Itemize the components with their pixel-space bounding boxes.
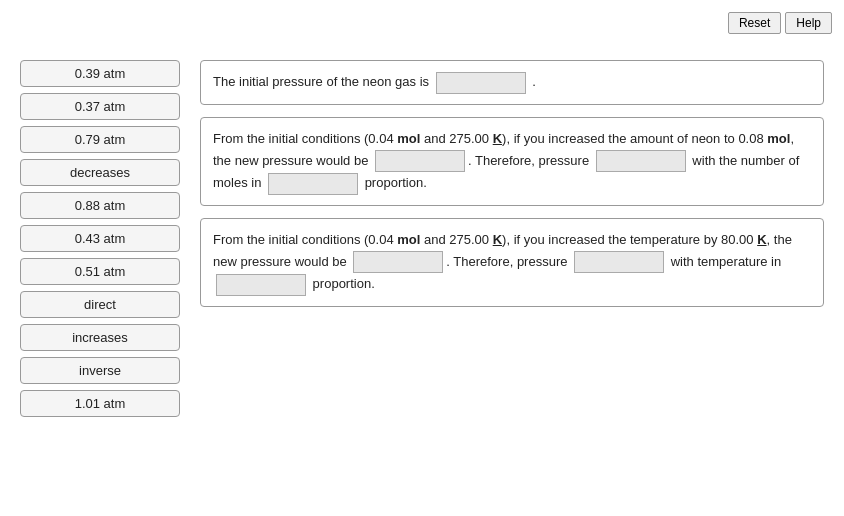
draggable-item-item-0-88[interactable]: 0.88 atm [20,192,180,219]
toolbar: Reset Help [728,12,832,34]
q2-text-proportion: proportion. [361,175,427,190]
q3-text-with: with temperature in [667,254,781,269]
draggable-item-item-0-37[interactable]: 0.37 atm [20,93,180,120]
q2-text-therefore: . Therefore, pressure [468,153,593,168]
right-panel: The initial pressure of the neon gas is … [200,60,824,417]
q1-text-before: The initial pressure of the neon gas is [213,74,429,89]
reset-button[interactable]: Reset [728,12,781,34]
q2-input-3[interactable] [268,173,358,195]
q3-input-2[interactable] [574,251,664,273]
q3-input-1[interactable] [353,251,443,273]
draggable-item-item-direct[interactable]: direct [20,291,180,318]
draggable-item-item-increases[interactable]: increases [20,324,180,351]
draggable-item-item-1-01[interactable]: 1.01 atm [20,390,180,417]
q3-text-proportion: proportion. [309,276,375,291]
help-button[interactable]: Help [785,12,832,34]
q2-input-2[interactable] [596,150,686,172]
question-box-3: From the initial conditions (0.04 mol an… [200,218,824,307]
left-panel: 0.39 atm0.37 atm0.79 atmdecreases0.88 at… [20,60,180,417]
question-box-2: From the initial conditions (0.04 mol an… [200,117,824,206]
draggable-item-item-0-79[interactable]: 0.79 atm [20,126,180,153]
q2-input-1[interactable] [375,150,465,172]
draggable-item-item-0-51[interactable]: 0.51 atm [20,258,180,285]
draggable-item-item-0-43[interactable]: 0.43 atm [20,225,180,252]
question-box-1: The initial pressure of the neon gas is … [200,60,824,105]
q1-text-after: . [532,74,536,89]
draggable-item-item-inverse[interactable]: inverse [20,357,180,384]
draggable-item-item-0-39[interactable]: 0.39 atm [20,60,180,87]
q3-text-therefore: . Therefore, pressure [446,254,571,269]
q1-answer-input[interactable] [436,72,526,94]
main-content: 0.39 atm0.37 atm0.79 atmdecreases0.88 at… [0,0,844,437]
q3-input-3[interactable] [216,274,306,296]
draggable-item-item-decreases[interactable]: decreases [20,159,180,186]
